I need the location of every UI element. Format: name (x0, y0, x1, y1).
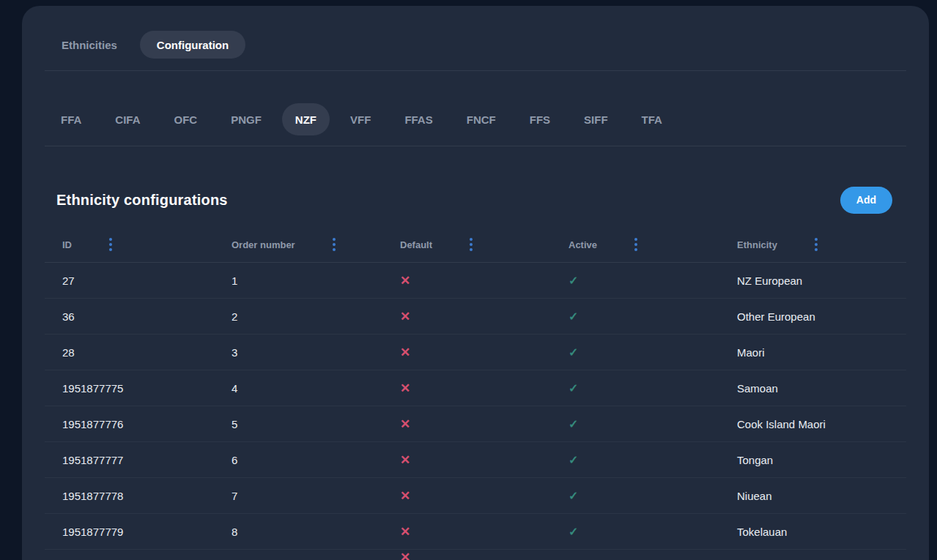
check-icon: ✓ (569, 310, 578, 323)
federation-tab-fncf[interactable]: FNCF (453, 103, 509, 135)
cell-ethnicity: NZ European (719, 275, 906, 287)
column-label: Order number (232, 239, 295, 250)
view-tab-configuration[interactable]: Configuration (140, 31, 245, 59)
check-icon: ✓ (569, 418, 578, 430)
cell-active: ✓ (551, 275, 719, 287)
cell-default: ✕ (382, 490, 551, 502)
cell-default: ✕ (382, 310, 551, 323)
view-tab-ethnicities[interactable]: Ethnicities (45, 31, 134, 59)
table-row: 362✕✓Other European (45, 299, 906, 335)
add-button[interactable]: Add (840, 187, 892, 214)
cell-default: ✕ (382, 346, 551, 359)
cell-ethnicity: Tokelauan (719, 526, 906, 538)
cell-active: ✓ (551, 418, 719, 430)
table-row: 19518777776✕✓Tongan (45, 442, 906, 478)
column-label: Active (569, 239, 597, 250)
federation-tab-cifa[interactable]: CIFA (102, 103, 153, 135)
federation-tab-pngf[interactable]: PNGF (218, 103, 275, 135)
kebab-menu-icon[interactable] (467, 236, 475, 253)
divider (45, 70, 906, 71)
check-icon: ✓ (569, 490, 578, 502)
ethnicity-table: IDOrder numberDefaultActiveEthnicity 271… (45, 227, 906, 560)
column-header-id: ID (45, 236, 214, 253)
table-row: 19518777754✕✓Samoan (45, 370, 906, 406)
cell-order-number: 3 (214, 346, 382, 359)
cell-active: ✓ (551, 526, 719, 538)
federation-tab-ffas[interactable]: FFAS (391, 103, 445, 135)
cell-active (551, 550, 719, 551)
cell-default: ✕ (382, 454, 551, 466)
table-row: 271✕✓NZ European (45, 263, 906, 299)
cross-icon: ✕ (400, 417, 410, 431)
cell-id: 1951877779 (45, 526, 214, 538)
kebab-menu-icon[interactable] (812, 236, 820, 253)
cell-ethnicity: Cook Island Maori (719, 418, 906, 430)
column-header-order-number: Order number (214, 236, 382, 253)
check-icon: ✓ (569, 454, 578, 466)
cell-id: 27 (45, 275, 214, 287)
federation-tab-ffs[interactable]: FFS (516, 103, 563, 135)
table-header-row: IDOrder numberDefaultActiveEthnicity (45, 227, 906, 263)
cell-active: ✓ (551, 454, 719, 466)
cell-default: ✕ (382, 550, 551, 560)
divider (45, 146, 906, 146)
cross-icon: ✕ (400, 453, 410, 467)
cell-active: ✓ (551, 346, 719, 359)
cell-default: ✕ (382, 418, 551, 430)
table-body: 271✕✓NZ European362✕✓Other European283✕✓… (45, 263, 906, 560)
view-tabs: EthnicitiesConfiguration (45, 31, 906, 59)
column-label: Ethnicity (737, 239, 777, 250)
cross-icon: ✕ (400, 381, 410, 395)
cell-id: 28 (45, 346, 214, 359)
cell-order-number: 1 (214, 275, 382, 287)
cell-id (45, 550, 214, 551)
check-icon: ✓ (569, 346, 578, 359)
column-header-active: Active (551, 236, 719, 253)
page-title: Ethnicity configurations (56, 192, 228, 209)
cell-default: ✕ (382, 275, 551, 287)
column-header-ethnicity: Ethnicity (719, 236, 906, 253)
cell-ethnicity (719, 550, 906, 551)
cross-icon: ✕ (400, 274, 410, 288)
check-icon: ✓ (569, 526, 578, 538)
federation-tab-tfa[interactable]: TFA (629, 103, 675, 135)
cell-id: 36 (45, 310, 214, 323)
cell-order-number: 8 (214, 526, 382, 538)
federation-tab-vff[interactable]: VFF (337, 103, 384, 135)
table-row: ✕ (45, 550, 906, 560)
cell-ethnicity: Samoan (719, 382, 906, 395)
cell-order-number: 6 (214, 454, 382, 466)
federation-tab-siff[interactable]: SIFF (571, 103, 621, 135)
table-row: 19518777798✕✓Tokelauan (45, 514, 906, 550)
cross-icon: ✕ (400, 310, 410, 324)
federation-tab-ffa[interactable]: FFA (48, 103, 95, 135)
cell-id: 1951877778 (45, 490, 214, 502)
cell-id: 1951877776 (45, 418, 214, 430)
cell-id: 1951877775 (45, 382, 214, 395)
check-icon: ✓ (569, 382, 578, 395)
cell-default: ✕ (382, 382, 551, 395)
table-row: 19518777787✕✓Niuean (45, 478, 906, 514)
cell-order-number: 4 (214, 382, 382, 395)
cell-order-number (214, 550, 382, 551)
section-header: Ethnicity configurations Add (45, 186, 906, 214)
kebab-menu-icon[interactable] (330, 236, 338, 253)
cross-icon: ✕ (400, 525, 410, 539)
cell-active: ✓ (551, 490, 719, 502)
cell-id: 1951877777 (45, 454, 214, 466)
cell-active: ✓ (551, 382, 719, 395)
cell-ethnicity: Other European (719, 310, 906, 323)
table-row: 19518777765✕✓Cook Island Maori (45, 406, 906, 442)
cell-active: ✓ (551, 310, 719, 323)
kebab-menu-icon[interactable] (632, 236, 640, 253)
table-row: 283✕✓Maori (45, 335, 906, 370)
cell-order-number: 7 (214, 490, 382, 502)
column-label: ID (62, 239, 72, 250)
kebab-menu-icon[interactable] (107, 236, 114, 253)
cross-icon: ✕ (400, 346, 410, 359)
column-header-default: Default (382, 236, 551, 253)
federation-tab-nzf[interactable]: NZF (282, 103, 330, 135)
cell-default: ✕ (382, 526, 551, 538)
cell-ethnicity: Niuean (719, 490, 906, 502)
federation-tab-ofc[interactable]: OFC (161, 103, 211, 135)
